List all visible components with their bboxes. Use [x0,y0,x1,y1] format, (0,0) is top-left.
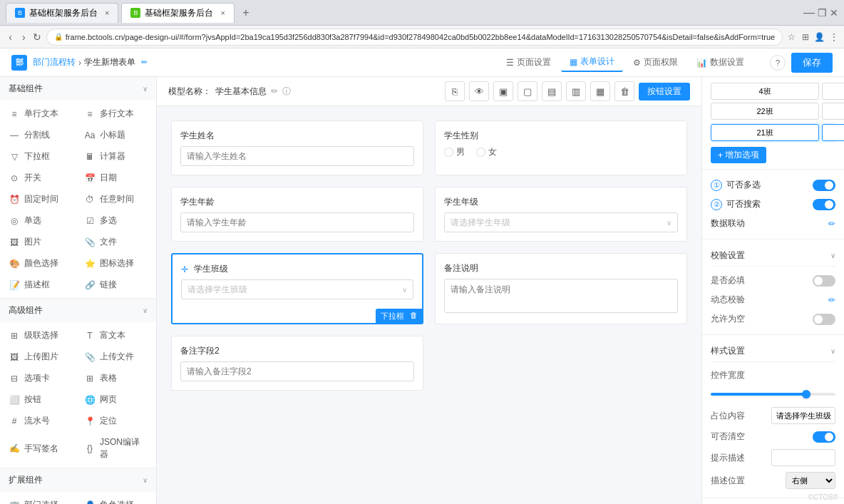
sidebar-item-multi-line[interactable]: ≡ 多行文本 [78,103,153,124]
refresh-button[interactable]: ↻ [33,29,42,45]
sidebar-item-dept-selector[interactable]: 🏢 部门选择 [3,495,78,504]
sidebar-item-rich-text[interactable]: T 富文本 [78,325,153,346]
sidebar-item-cascader[interactable]: ⊞ 级联选择 [3,325,78,346]
sidebar-item-date[interactable]: 📅 日期 [78,168,153,188]
sidebar-item-json-translator[interactable]: {} JSON编译器 [78,432,153,465]
sidebar-item-switch[interactable]: ⊙ 开关 [3,168,78,188]
sidebar-section-basic-header[interactable]: 基础组件 ∨ [0,77,156,101]
field-remark2-input[interactable] [180,361,414,381]
toolbar-layout1-btn[interactable]: ▣ [493,81,513,101]
position-select[interactable]: 右侧 左侧 上方 下方 [786,472,835,489]
toggle-search[interactable] [813,199,835,210]
sidebar-item-role-selector[interactable]: 👤 角色选择 [78,495,153,504]
placeholder-input[interactable] [771,407,835,424]
sidebar-item-location[interactable]: 📍 定位 [78,411,153,431]
drag-handle-icon[interactable]: ✛ [181,264,188,274]
extensions-button[interactable]: ⊞ [801,29,810,45]
field-remark[interactable]: 备注说明 [435,253,687,324]
sidebar-section-extended-header[interactable]: 扩展组件 ∨ [0,468,156,492]
new-tab-button[interactable]: + [237,4,254,21]
gender-female[interactable]: 女 [476,146,497,158]
option-display-2[interactable] [822,103,844,120]
option-input-1[interactable] [711,83,819,100]
window-restore[interactable]: ❐ [818,7,827,19]
sidebar-item-icon-picker[interactable]: ⭐ 图标选择 [78,253,153,274]
profile-button[interactable]: 👤 [814,29,825,45]
field-grade[interactable]: 学生年级 请选择学生年级 ∨ [435,187,687,242]
toggle-allow-empty[interactable] [813,314,835,325]
edit-breadcrumb-icon[interactable]: ✏ [141,58,148,67]
sidebar-item-multi-choice[interactable]: ☑ 多选 [78,210,153,231]
toolbar-delete-btn[interactable]: 🗑 [614,81,634,101]
url-bar[interactable]: 🔒 frame.bctools.cn/page-design-ui/#/form… [46,29,783,46]
window-minimize[interactable]: — [803,6,815,19]
sidebar-item-single-line[interactable]: ≡ 单行文本 [3,103,78,124]
tab-page-permission[interactable]: ⚙ 页面权限 [624,53,686,71]
width-slider-thumb[interactable] [802,390,810,398]
field-name-input[interactable] [180,146,414,166]
sidebar-item-tab[interactable]: ⊟ 选项卡 [3,368,78,389]
sidebar-item-divider[interactable]: — 分割线 [3,125,78,145]
sidebar-item-upload-image[interactable]: 🖼 上传图片 [3,346,78,367]
field-copy-btn[interactable]: 下拉框 [379,310,406,322]
toggle-clearable[interactable] [813,431,835,443]
tab-form-design[interactable]: ▦ 表单设计 [561,53,623,72]
sidebar-section-advanced-header[interactable]: 高级组件 ∨ [0,299,156,322]
field-name[interactable]: 学生姓名 [171,120,423,175]
toolbar-layout4-btn[interactable]: ▥ [566,81,586,101]
sidebar-item-handwritten-sign[interactable]: ✍ 手写签名 [3,432,78,465]
breadcrumb-item-1[interactable]: 部门流程转 [33,56,76,68]
field-grade-select[interactable]: 请选择学生年级 ∨ [444,212,678,232]
bookmark-button[interactable]: ☆ [787,29,796,45]
field-delete-btn[interactable]: 🗑 [408,310,420,322]
toggle-multi-select[interactable] [813,180,835,191]
tab-page-settings[interactable]: ☰ 页面设置 [498,53,560,71]
field-class-select[interactable]: 请选择学生班级 ∨ [181,279,413,299]
toolbar-preview-btn[interactable]: 👁 [469,81,489,101]
sidebar-item-file[interactable]: 📎 文件 [78,232,153,252]
option-input-2[interactable] [711,103,819,120]
model-name-info-icon[interactable]: ⓘ [282,86,291,98]
menu-button[interactable]: ⋮ [829,29,838,45]
toolbar-layout2-btn[interactable]: ▢ [518,81,537,101]
field-class[interactable]: ✛ 学生班级 请选择学生班级 ∨ 下拉框 🗑 [171,253,423,324]
sidebar-item-table[interactable]: ⊞ 表格 [78,368,153,389]
sidebar-item-serial-number[interactable]: # 流水号 [3,411,78,431]
tab-data-settings[interactable]: 📊 数据设置 [688,53,753,71]
toolbar-layout3-btn[interactable]: ▤ [542,81,562,101]
hint-input[interactable] [771,449,835,466]
browser-tab-2[interactable]: B 基础框架服务后台 × [121,3,234,23]
option-display-1[interactable] [822,83,844,100]
attr-settings-button[interactable]: 按钮设置 [639,83,690,101]
field-gender[interactable]: 学生性别 男 女 [435,120,687,175]
field-age-input[interactable] [180,212,414,232]
tab-close-1[interactable]: × [105,9,109,17]
data-link-edit-btn[interactable]: ✏ [828,219,835,229]
gender-male[interactable]: 男 [444,146,465,158]
sidebar-item-link[interactable]: 🔗 链接 [78,274,153,295]
toggle-required[interactable] [813,275,835,287]
field-remark2[interactable]: 备注字段2 [171,336,423,391]
toolbar-layout5-btn[interactable]: ▦ [590,81,610,101]
sidebar-item-color-picker[interactable]: 🎨 颜色选择 [3,253,78,274]
window-close[interactable]: ✕ [830,7,838,19]
style-header[interactable]: 样式设置 ∨ [711,341,835,362]
sidebar-item-image[interactable]: 🖼 图片 [3,232,78,252]
sidebar-item-single-choice[interactable]: ◎ 单选 [3,210,78,231]
sidebar-item-any-time[interactable]: ⏱ 任意时间 [78,189,153,210]
sidebar-item-calculator[interactable]: 🖩 计算器 [78,146,153,167]
sidebar-item-fixed-time[interactable]: ⏰ 固定时间 [3,189,78,210]
tab-close-2[interactable]: × [220,9,225,17]
add-option-button[interactable]: + 增加选项 [711,147,766,163]
sidebar-item-button[interactable]: ⬜ 按钮 [3,389,78,410]
browser-tab-1[interactable]: B 基础框架服务后台 × [6,3,118,23]
model-name-edit-icon[interactable]: ✏ [271,86,278,96]
sidebar-item-description[interactable]: 📝 描述框 [3,274,78,295]
sidebar-item-webpage[interactable]: 🌐 网页 [78,389,153,410]
toolbar-copy-btn[interactable]: ⎘ [445,81,465,101]
dynamic-validate-edit-btn[interactable]: ✏ [828,295,835,305]
sidebar-item-upload-file[interactable]: 📎 上传文件 [78,346,153,367]
field-age[interactable]: 学生年龄 [171,187,423,242]
sidebar-item-small-title[interactable]: Aa 小标题 [78,125,153,145]
validation-header[interactable]: 校验设置 ∨ [711,245,835,267]
